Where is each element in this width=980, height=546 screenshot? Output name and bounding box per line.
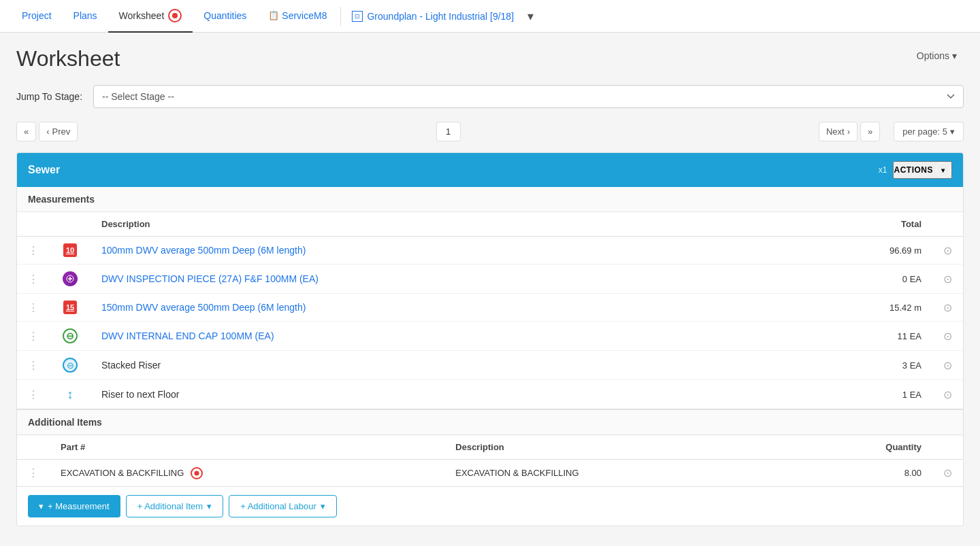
last-page-button[interactable]: » [860,122,880,141]
row-dropdown-icon[interactable]: ⊙ [943,245,952,256]
row-dropdown-icon[interactable]: ⊙ [943,467,952,479]
drag-handle-icon[interactable]: ⋮ [28,330,39,342]
item-icon-cell [50,265,91,294]
tab-plans-label: Plans [74,10,97,21]
per-page-label: per page: 5 [902,126,947,137]
per-page-arrow: ▾ [950,126,955,137]
drag-handle-icon[interactable]: ⋮ [28,302,39,313]
drag-handle-icon[interactable]: ⋮ [28,245,39,256]
inspection-icon [63,271,78,286]
item-name[interactable]: Stacked Riser [101,360,161,371]
drag-handle-icon[interactable]: ⋮ [28,360,39,371]
item-total-cell: 15.42 m [778,294,932,322]
row-dropdown-icon[interactable]: ⊙ [943,330,952,342]
more-tabs-dropdown[interactable]: ▾ [522,9,539,24]
col-ai-description: Description [444,435,794,460]
tab-divider [340,7,341,26]
add-measurement-label: + Measurement [48,501,110,511]
next-page-button[interactable]: Next › [819,122,858,141]
item-name-cell: 150mm DWV average 500mm Deep (6M length) [91,294,778,322]
drag-handle-cell: ⋮ [17,380,50,409]
item-name[interactable]: DWV INTERNAL END CAP 100MM (EA) [101,330,274,341]
item-name-cell: DWV INSPECTION PIECE (27A) F&F 100MM (EA… [91,265,778,294]
measurements-table: Description Total ⋮ 10 100mm DWV average… [17,212,963,409]
drag-handle-icon[interactable]: ⋮ [28,273,39,285]
item-name[interactable]: Riser to next Floor [101,389,179,400]
tab-servicem8[interactable]: 📋 ServiceM8 [257,0,338,33]
item-name[interactable]: 150mm DWV average 500mm Deep (6M length) [101,302,306,313]
row-dropdown-cell: ⊙ [932,351,963,380]
drag-handle-cell: ⋮ [17,322,50,351]
tab-worksheet[interactable]: Worksheet [108,0,193,33]
item-name[interactable]: DWV INSPECTION PIECE (27A) F&F 100MM (EA… [101,273,318,284]
tab-quantities[interactable]: Quantities [193,0,257,33]
col-ai-drag [17,435,50,460]
drag-handle-cell: ⋮ [17,351,50,380]
row-dropdown-cell: ⊙ [932,380,963,409]
tab-groundplan[interactable]: ⊡ Groundplan - Light Industrial [9/18] [344,11,522,22]
actions-dropdown-icon: ▾ [936,163,951,177]
table-row: ⋮ EXCAVATION & BACKFILLING EXCAVATION & … [17,460,963,487]
multiplier-badge: x1 [879,165,887,175]
drag-handle-cell: ⋮ [17,294,50,322]
stacked-riser-icon: ⊖ [63,358,78,373]
tab-quantities-label: Quantities [203,10,246,21]
stage-select[interactable]: -- Select Stage -- [93,85,964,108]
actions-button[interactable]: ACTIONS ▾ [893,161,953,179]
item-icon-cell: 10 [50,237,91,265]
page-header: Worksheet Options ▾ [16,46,964,71]
bottom-actions: ▾ + Measurement + Additional Item ▾ + Ad… [17,486,963,526]
drag-handle-icon[interactable]: ⋮ [28,389,39,400]
row-dropdown-icon[interactable]: ⊙ [943,302,952,313]
item-total-cell: 3 EA [778,351,932,380]
ai-part-cell: EXCAVATION & BACKFILLING [50,460,444,487]
row-dropdown-icon[interactable]: ⊙ [943,360,952,371]
current-page-number: 1 [436,122,461,141]
item-name-cell: Riser to next Floor [91,380,778,409]
add-additional-labour-button[interactable]: + Additional Labour ▾ [229,495,337,517]
page-title: Worksheet [16,46,120,71]
item-total-cell: 1 EA [778,380,932,409]
tab-worksheet-label: Worksheet [119,10,165,21]
drag-handle-icon[interactable]: ⋮ [28,467,39,479]
item-icon-cell: ↕ [50,380,91,409]
col-total: Total [778,212,932,237]
additional-items-section-header: Additional Items [17,409,963,435]
ai-drag-handle-cell: ⋮ [17,460,50,487]
first-page-button[interactable]: « [16,122,36,141]
per-page-dropdown[interactable]: per page: 5 ▾ [894,122,964,141]
col-icon [50,212,91,237]
table-row: ⋮ DWV INSPECTION PIECE (27A) F&F 100MM (… [17,265,963,294]
row-dropdown-icon[interactable]: ⊙ [943,389,952,400]
stacked-icon-container: ⊖ [61,358,80,373]
num-badge-10: 10 [63,243,77,257]
add-additional-item-arrow: ▾ [207,501,212,511]
riser-icon-container: ↕ [61,387,80,402]
groundplan-box-icon: ⊡ [352,11,363,22]
add-additional-item-button[interactable]: + Additional Item ▾ [126,495,223,517]
item-total-cell: 11 EA [778,322,932,351]
item-name[interactable]: 100mm DWV average 500mm Deep (6M length) [101,245,306,256]
tab-project[interactable]: Project [11,0,63,33]
prev-page-button[interactable]: ‹ Prev [39,122,78,141]
options-button[interactable]: Options ▾ [910,46,964,65]
main-card: Sewer x1 ACTIONS ▾ Measurements Descript… [16,152,964,526]
table-row: ⋮ ⊖ DWV INTERNAL END CAP 100MM (EA) 11 E… [17,322,963,351]
col-ai-part: Part # [50,435,444,460]
add-measurement-button[interactable]: ▾ + Measurement [28,495,120,517]
item-total-cell: 0 EA [778,265,932,294]
item-icon-cell: ⊖ [50,351,91,380]
tab-plans[interactable]: Plans [63,0,108,33]
col-description: Description [91,212,778,237]
additional-items-header-row: Part # Description Quantity [17,435,963,460]
row-dropdown-icon[interactable]: ⊙ [943,273,952,285]
col-action [932,212,963,237]
row-dropdown-cell: ⊙ [932,294,963,322]
actions-label: ACTIONS [894,165,934,175]
measurements-header-row: Description Total [17,212,963,237]
ai-quantity-cell: 8.00 [794,460,932,487]
row-dropdown-cell: ⊙ [932,237,963,265]
pagination-row: « ‹ Prev 1 Next › » per page: 5 ▾ [16,122,964,141]
table-row: ⋮ ↕ Riser to next Floor 1 EA ⊙ [17,380,963,409]
item-name-cell: DWV INTERNAL END CAP 100MM (EA) [91,322,778,351]
